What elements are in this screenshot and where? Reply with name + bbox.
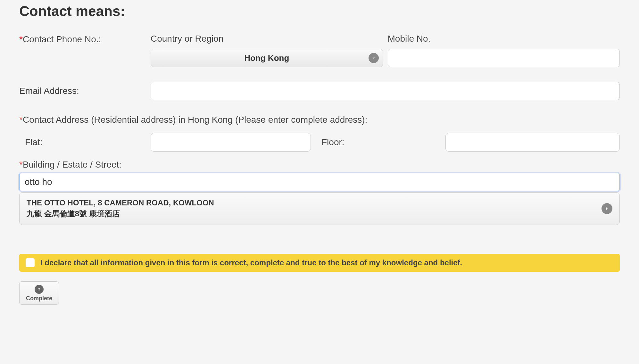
chevron-right-icon [602, 203, 612, 214]
country-region-value: Hong Kong [244, 53, 289, 63]
country-region-label: Country or Region [151, 34, 383, 44]
contact-phone-label: *Contact Phone No.: [19, 34, 101, 44]
mobile-no-input[interactable] [388, 49, 620, 67]
floor-input[interactable] [445, 133, 620, 152]
flat-label: Flat: [19, 137, 146, 147]
email-label: Email Address: [19, 86, 146, 96]
mobile-no-label: Mobile No. [388, 34, 620, 44]
autocomplete-suggestion[interactable]: THE OTTO HOTEL, 8 CAMERON ROAD, KOWLOON … [19, 192, 620, 225]
email-input[interactable] [151, 82, 620, 100]
declaration-bar: I declare that all information given in … [19, 254, 620, 272]
floor-label: Floor: [316, 137, 441, 147]
building-label: *Building / Estate / Street: [19, 160, 620, 170]
declaration-text: I declare that all information given in … [40, 258, 462, 267]
upload-icon [35, 285, 44, 294]
suggestion-line-2: 九龍 金馬倫道8號 康境酒店 [27, 209, 214, 219]
contact-address-heading: *Contact Address (Residential address) i… [19, 115, 620, 125]
complete-button-label: Complete [26, 295, 52, 302]
section-heading: Contact means: [19, 3, 620, 19]
declaration-checkbox[interactable] [26, 258, 35, 267]
chevron-down-icon [369, 53, 379, 63]
country-region-select[interactable]: Hong Kong [151, 49, 383, 67]
flat-input[interactable] [151, 133, 311, 152]
building-input[interactable] [19, 173, 620, 191]
complete-button[interactable]: Complete [19, 281, 59, 305]
suggestion-line-1: THE OTTO HOTEL, 8 CAMERON ROAD, KOWLOON [27, 198, 214, 207]
